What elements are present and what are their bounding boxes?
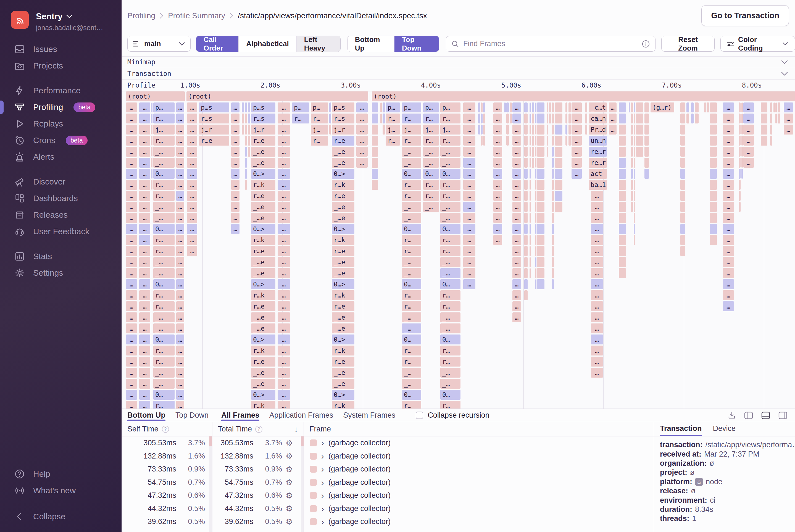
flame-frame[interactable]: un…n: [589, 136, 607, 146]
total-scrollbar[interactable]: [301, 436, 304, 532]
expand-chevron-icon[interactable]: ›: [321, 492, 324, 499]
find-frames-search[interactable]: [446, 36, 656, 52]
flame-frame[interactable]: j…: [402, 125, 421, 134]
flame-frame[interactable]: [634, 147, 635, 157]
flame-frame[interactable]: [552, 213, 554, 223]
sidebar-item-alerts[interactable]: Alerts: [0, 149, 121, 165]
flame-frame[interactable]: p…: [153, 102, 175, 112]
flame-frame[interactable]: …: [278, 224, 290, 234]
flame-frame[interactable]: …: [591, 290, 603, 300]
flame-frame[interactable]: r…: [402, 191, 421, 201]
flame-frame[interactable]: [552, 158, 554, 168]
flame-frame[interactable]: r…: [402, 136, 421, 146]
flame-frame[interactable]: 0…>: [251, 390, 276, 400]
flame-frame[interactable]: r…: [440, 136, 460, 146]
flame-frame[interactable]: …: [278, 401, 290, 408]
flame-frame[interactable]: [761, 114, 768, 124]
flame-frame[interactable]: …: [126, 180, 137, 190]
flame-frame[interactable]: [248, 125, 250, 134]
flame-frame[interactable]: r…e: [199, 136, 229, 146]
expand-chevron-icon[interactable]: ›: [321, 505, 324, 512]
flame-frame[interactable]: [739, 191, 741, 201]
flame-frame[interactable]: …: [187, 191, 197, 201]
flame-frame[interactable]: …: [231, 180, 240, 190]
flame-frame[interactable]: [629, 102, 630, 112]
flame-frame[interactable]: r…: [153, 345, 175, 356]
flame-frame[interactable]: …: [176, 180, 184, 190]
flame-frame[interactable]: [619, 114, 626, 124]
flame-frame[interactable]: [151, 102, 152, 112]
flame-frame[interactable]: …: [176, 390, 184, 400]
sidebar-item-replays[interactable]: Replays: [0, 115, 121, 132]
flame-frame[interactable]: [383, 102, 385, 112]
flame-frame[interactable]: [739, 202, 741, 212]
flame-frame[interactable]: …: [176, 301, 184, 311]
flame-frame[interactable]: [686, 102, 689, 112]
flame-frame[interactable]: …: [356, 147, 368, 157]
flame-frame[interactable]: …: [139, 357, 150, 366]
flame-frame[interactable]: [739, 147, 741, 157]
flame-frame[interactable]: …: [126, 345, 137, 356]
flame-frame[interactable]: [535, 102, 536, 112]
flame-frame[interactable]: [537, 169, 545, 179]
flame-frame[interactable]: [739, 169, 741, 179]
flame-frame[interactable]: 0…: [153, 279, 175, 289]
table-row-self[interactable]: 132.88ms1.6%: [122, 450, 212, 463]
flame-frame[interactable]: …: [463, 279, 475, 289]
table-row-total[interactable]: 44.32ms0.5%⚙: [212, 502, 304, 515]
flame-frame[interactable]: [245, 114, 247, 124]
flame-frame[interactable]: [481, 125, 482, 134]
flame-frame[interactable]: [680, 213, 685, 223]
flame-frame[interactable]: [636, 102, 643, 112]
sidebar-item-stats[interactable]: Stats: [0, 248, 121, 265]
flame-frame[interactable]: …: [139, 368, 150, 378]
flame-frame[interactable]: r…: [402, 345, 421, 356]
flame-frame[interactable]: [706, 102, 709, 112]
flame-frame[interactable]: …: [723, 114, 734, 124]
flame-frame[interactable]: …: [591, 312, 603, 322]
flame-frame[interactable]: …: [512, 180, 521, 190]
flame-frame[interactable]: r…e: [332, 191, 354, 201]
flame-frame[interactable]: 0…>: [332, 169, 354, 179]
flame-frame[interactable]: …: [231, 136, 240, 146]
flame-frame[interactable]: _…e: [332, 158, 354, 168]
flame-frame[interactable]: [710, 102, 717, 112]
flame-frame[interactable]: [619, 224, 626, 234]
table-row-total[interactable]: 47.32ms0.6%⚙: [212, 489, 304, 502]
flame-frame[interactable]: [710, 114, 717, 124]
flame-frame[interactable]: [634, 191, 635, 201]
flame-frame[interactable]: [761, 136, 768, 146]
flame-frame[interactable]: _…e: [332, 312, 354, 322]
flame-frame[interactable]: [151, 114, 152, 124]
flame-frame[interactable]: [524, 268, 528, 278]
flame-frame[interactable]: [552, 246, 554, 256]
flame-frame[interactable]: …: [571, 125, 582, 134]
flame-frame[interactable]: _…: [402, 268, 421, 278]
flame-frame[interactable]: [483, 125, 485, 134]
flame-frame[interactable]: [245, 136, 247, 146]
flame-frame[interactable]: [535, 114, 536, 124]
flame-frame[interactable]: …: [176, 290, 184, 300]
flame-frame[interactable]: _…: [423, 158, 439, 168]
flame-frame[interactable]: …: [187, 158, 197, 168]
flame-frame[interactable]: _…e: [251, 268, 276, 278]
flame-frame[interactable]: _…: [402, 158, 421, 168]
flame-frame[interactable]: [506, 114, 509, 124]
flame-frame[interactable]: …: [512, 279, 521, 289]
flame-frame[interactable]: [524, 136, 528, 146]
flame-frame[interactable]: …: [126, 191, 137, 201]
flame-frame[interactable]: [631, 180, 633, 190]
flame-frame[interactable]: [242, 102, 244, 112]
flame-frame[interactable]: [537, 246, 545, 256]
flame-frame[interactable]: r…e: [251, 357, 276, 366]
sidebar-item-profiling[interactable]: Profilingbeta: [0, 99, 121, 115]
flame-frame[interactable]: …: [591, 335, 603, 344]
sidebar-item-settings[interactable]: Settings: [0, 265, 121, 281]
flame-frame[interactable]: …: [493, 235, 502, 245]
flame-frame[interactable]: …: [512, 213, 521, 223]
reset-zoom-button[interactable]: Reset Zoom: [661, 36, 715, 52]
flame-frame[interactable]: …: [493, 114, 502, 124]
flame-frame[interactable]: …: [126, 279, 137, 289]
flame-frame[interactable]: [524, 191, 528, 201]
flame-frame[interactable]: …: [512, 235, 521, 245]
